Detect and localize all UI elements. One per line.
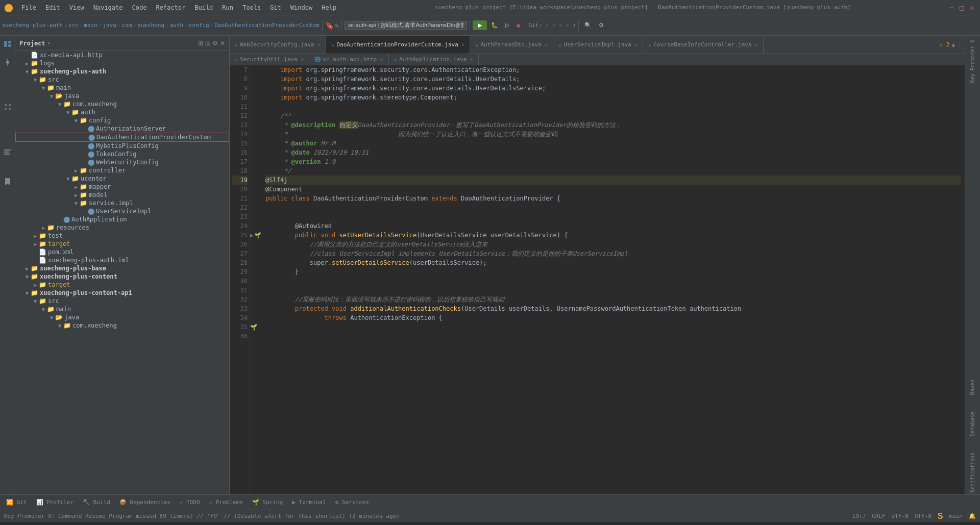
- tab-auth-params-dto[interactable]: ☕ AuthParamsDto.java ✕: [470, 36, 553, 54]
- menu-navigate[interactable]: Navigate: [89, 3, 127, 12]
- git-branch[interactable]: main: [949, 513, 963, 519]
- tree-item-iml[interactable]: 📄 xuecheng-plus-auth.iml: [15, 256, 229, 264]
- tree-item-xc-media-api[interactable]: 📄 xc-media-api.http: [15, 51, 229, 59]
- gutter-bean-icon[interactable]: 🌱: [254, 232, 261, 239]
- code-content[interactable]: import org.springframework.security.core…: [261, 65, 965, 494]
- key-promoter-button[interactable]: Key Promoter X: [969, 38, 976, 85]
- tree-item-src[interactable]: ▼ 📁 src: [15, 76, 229, 84]
- tree-item-com-xuecheng2[interactable]: ▼ 📁 com.xuecheng: [15, 321, 229, 330]
- bookmarks-tool-button[interactable]: [2, 176, 14, 188]
- tab-terminal[interactable]: ▶ Terminal: [288, 497, 330, 508]
- tab-build[interactable]: 🔨 Build: [79, 497, 114, 508]
- tab-close-button[interactable]: ✕: [755, 41, 758, 48]
- tab-services[interactable]: ⚙ Services: [331, 497, 373, 508]
- breadcrumb-auth[interactable]: auth: [170, 22, 184, 29]
- tree-item-target2[interactable]: ▶ 📁 target: [15, 281, 229, 289]
- breadcrumb-com[interactable]: com: [122, 22, 132, 29]
- menu-run[interactable]: Run: [218, 3, 237, 12]
- notifications-button[interactable]: Notifications: [969, 451, 976, 494]
- line-ending[interactable]: CRLF: [872, 513, 886, 519]
- breadcrumb-module[interactable]: xuecheng-plus-auth: [2, 22, 63, 29]
- tab-web-security-config[interactable]: ☕ WebSecurityConfig.java ✕: [230, 36, 326, 54]
- tab-dependencies[interactable]: 📦 Dependencies: [115, 497, 175, 508]
- tab-user-service-impl[interactable]: ☕ UserServiceImpl.java ✕: [553, 36, 643, 54]
- tab-git[interactable]: 🔀 Git: [2, 497, 31, 508]
- git-tool-button[interactable]: [2, 101, 14, 113]
- panel-settings-button[interactable]: ⚙: [212, 40, 218, 47]
- tree-item-xuecheng-plus-content[interactable]: ▼ 📁 xuecheng-plus-content: [15, 272, 229, 281]
- tab-close-button[interactable]: ✕: [634, 41, 638, 48]
- menu-file[interactable]: File: [17, 3, 40, 12]
- structure-tool-button[interactable]: [2, 146, 14, 158]
- tab-course-base-info[interactable]: ☕ CourseBaseInfoController.java ✕: [643, 36, 764, 54]
- run-config-selector[interactable]: [345, 21, 467, 30]
- menu-edit[interactable]: Edit: [41, 3, 64, 12]
- breadcrumb-config[interactable]: config: [189, 22, 209, 29]
- settings-button[interactable]: ⚙: [596, 20, 607, 30]
- tree-item-controller[interactable]: ▶ 📁 controller: [15, 166, 229, 174]
- tree-item-java[interactable]: ▼ 📂 java: [15, 92, 229, 100]
- project-panel-dropdown[interactable]: ▾: [47, 40, 51, 46]
- tree-item-target[interactable]: ▶ 📁 target: [15, 240, 229, 248]
- editor-menu-button[interactable]: ⋮: [957, 41, 963, 48]
- breadcrumb-class[interactable]: DaoAuthenticationProviderCustom: [214, 22, 319, 29]
- tree-item-mapper[interactable]: ▶ 📁 mapper: [15, 183, 229, 191]
- tree-item-com-xuecheng[interactable]: ▼ 📁 com.xuecheng: [15, 100, 229, 108]
- cursor-position[interactable]: 19:7: [852, 513, 866, 519]
- menu-tools[interactable]: Tools: [238, 3, 265, 12]
- menu-build[interactable]: Build: [190, 3, 217, 12]
- gutter-bean-icon-21[interactable]: 🌱: [250, 324, 257, 331]
- pencil-icon[interactable]: ✎: [335, 21, 339, 30]
- tree-item-authorization-server[interactable]: ⬤ AuthorizationServer: [15, 124, 229, 133]
- notifications-icon[interactable]: 🔔: [969, 513, 976, 519]
- bookmark-icon[interactable]: 🔖: [325, 21, 334, 30]
- menu-code[interactable]: Code: [128, 3, 151, 12]
- expand-tabs-button[interactable]: ▲: [951, 41, 955, 48]
- tab-close-button[interactable]: ✕: [301, 56, 304, 63]
- tab-todo[interactable]: ✓ TODO: [176, 497, 204, 508]
- breadcrumb-main[interactable]: main: [84, 22, 97, 29]
- tab-problems[interactable]: ⚠ Problems: [205, 497, 247, 508]
- tab-close-button[interactable]: ✕: [461, 41, 465, 48]
- minimize-button[interactable]: ─: [947, 4, 955, 12]
- tab-auth-application[interactable]: ☕ AuthApplication.java ✕: [389, 54, 479, 65]
- tree-item-main2[interactable]: ▼ 📁 main: [15, 305, 229, 313]
- tree-item-mybatis-plus-config[interactable]: ⬤ MybatisPlusConfig: [15, 142, 229, 150]
- debug-button[interactable]: 🐛: [488, 20, 501, 30]
- indent-setting[interactable]: UTF-8: [915, 513, 932, 519]
- menu-view[interactable]: View: [65, 3, 88, 12]
- breadcrumb-src[interactable]: src: [68, 22, 79, 29]
- stop-button[interactable]: ■: [513, 21, 523, 30]
- database-button[interactable]: Database: [969, 410, 976, 438]
- tree-item-xuecheng-plus-base[interactable]: ▶ 📁 xuecheng-plus-base: [15, 264, 229, 272]
- maximize-button[interactable]: □: [958, 4, 966, 12]
- locate-file-button[interactable]: ◎: [205, 40, 210, 47]
- tab-dao-auth[interactable]: ☕ DaoAuthenticationProviderCustom.java ✕: [326, 36, 470, 54]
- menu-help[interactable]: Help: [317, 3, 340, 12]
- tab-close-button[interactable]: ✕: [380, 56, 383, 63]
- tab-close-button[interactable]: ✕: [545, 41, 548, 48]
- tree-item-token-config[interactable]: ⬤ TokenConfig: [15, 150, 229, 158]
- tree-item-user-service-impl[interactable]: ⬤ UserServiceImpl: [15, 207, 229, 215]
- search-button[interactable]: 🔍: [581, 20, 595, 30]
- tab-close-button[interactable]: ✕: [317, 41, 321, 48]
- tree-item-main[interactable]: ▼ 📁 main: [15, 84, 229, 92]
- tree-item-src2[interactable]: ▼ 📁 src: [15, 297, 229, 305]
- commit-tool-button[interactable]: [2, 56, 14, 68]
- close-button[interactable]: ✕: [968, 4, 976, 12]
- panel-close-button[interactable]: ✕: [220, 40, 225, 47]
- tree-item-dao-auth[interactable]: ⬤ DaoAuthenticationProviderCustom: [15, 133, 229, 142]
- breadcrumb-xuecheng[interactable]: xuecheng: [137, 22, 164, 29]
- tab-spring[interactable]: 🌱 Spring: [248, 497, 287, 508]
- tab-security-util[interactable]: ☕ SecurityUtil.java ✕: [230, 54, 309, 65]
- tree-item-xuecheng-plus-auth[interactable]: ▼ 📁 xuecheng-plus-auth: [15, 67, 229, 76]
- menu-git[interactable]: Git: [266, 3, 285, 12]
- menu-refactor[interactable]: Refactor: [152, 3, 189, 12]
- tree-item-auth-application[interactable]: ⬤ AuthApplication: [15, 215, 229, 223]
- tree-item-ucenter[interactable]: ▼ 📁 ucenter: [15, 174, 229, 183]
- tab-close-button[interactable]: ✕: [470, 56, 473, 63]
- project-tool-button[interactable]: [2, 38, 14, 50]
- gutter-run-icon[interactable]: ▶: [250, 232, 254, 239]
- breadcrumb-java[interactable]: java: [103, 22, 116, 29]
- tree-item-service-impl[interactable]: ▼ 📁 service.impl: [15, 199, 229, 207]
